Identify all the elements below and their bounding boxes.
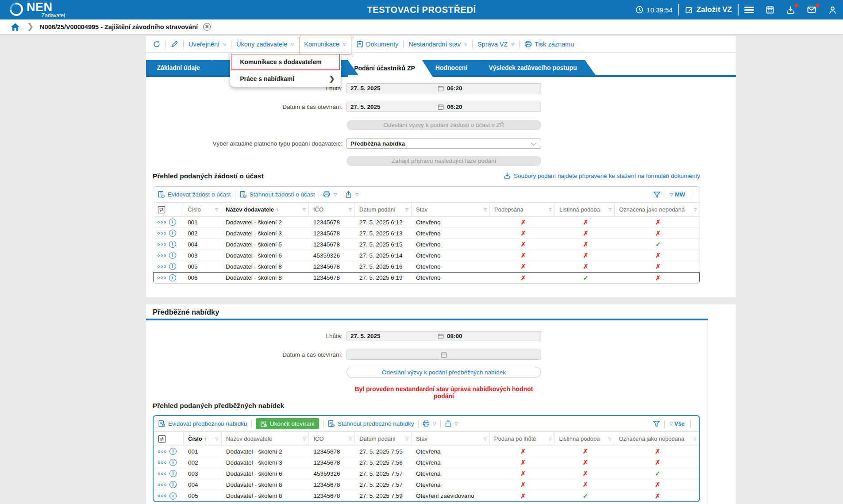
filter-chevron-icon[interactable]: ▽ <box>349 208 352 212</box>
evidovat-nabidku-button[interactable]: Evidovat předběžnou nabídku <box>158 420 247 427</box>
view-chevron-icon[interactable]: ▽ <box>670 422 673 426</box>
calendar-icon[interactable] <box>438 333 444 339</box>
info-icon[interactable]: i <box>169 252 176 259</box>
calendar-button[interactable] <box>760 0 780 19</box>
row-menu-dots[interactable] <box>158 265 166 268</box>
menu-sprava-vz[interactable]: Správa VZ▽ <box>477 41 514 48</box>
filter-chevron-icon[interactable]: ▽ <box>549 208 552 212</box>
row-menu-dots[interactable] <box>158 254 166 257</box>
table-row[interactable]: i 005Dodavatel - školení 8 1234567827. 5… <box>153 261 700 272</box>
table-row[interactable]: i 001Dodavatel - školení 2 1234567827. 5… <box>154 446 699 457</box>
odeslani-vyzvy-nabidek-button[interactable]: Odeslání výzvy k podání předběžných nabí… <box>346 367 541 377</box>
export-table-button[interactable]: ▽ <box>445 420 458 427</box>
filter-chevron-icon[interactable]: ▽ <box>215 208 218 212</box>
column-header-nazev-dodavatele[interactable]: Název dodavatele▽ <box>222 432 309 446</box>
table-row[interactable]: i 003Dodavatel - školení 6 4535932627. 5… <box>153 250 700 261</box>
filter-chevron-icon[interactable]: ▽ <box>693 437 697 441</box>
calendar-icon[interactable] <box>438 85 444 92</box>
column-header-podepsana[interactable]: Podepsána▽ <box>490 203 555 216</box>
row-menu-dots[interactable] <box>158 484 166 486</box>
view-selector[interactable]: MW <box>675 191 685 198</box>
menu-button[interactable] <box>739 0 760 19</box>
edit-record-button[interactable] <box>171 40 178 48</box>
table-row[interactable]: i 005Dodavatel - školení 8 1234567827. 5… <box>154 490 699 501</box>
menu-uverejneni[interactable]: Uveřejnění▽ <box>189 41 226 48</box>
export-table-button[interactable]: ▽ <box>345 191 358 198</box>
close-record-icon[interactable]: ✕ <box>203 23 211 31</box>
info-icon[interactable]: i <box>169 219 176 226</box>
filter-chevron-icon[interactable]: ▽ <box>608 208 612 212</box>
tab-vysledek-zadavaciho-postupu[interactable]: Výsledek zadávacího postupu <box>481 60 596 75</box>
table-row[interactable]: i 004Dodavatel - školení 5 1234567827. 5… <box>153 239 700 250</box>
menu-tisk-zaznamu[interactable]: Tisk záznamu <box>524 41 574 48</box>
breadcrumb-record[interactable]: N006/25/V00004995 - Zajištění závodního … <box>40 23 198 31</box>
calendar-icon[interactable] <box>438 104 444 110</box>
column-header-oznacena-nepodana[interactable]: Označena jako nepodaná▽ <box>614 432 699 446</box>
scroll-track[interactable] <box>708 320 708 504</box>
column-header-stav[interactable]: Stav▽ <box>412 203 490 216</box>
table-row[interactable]: i 004Dodavatel - školení 8 1234567827. 5… <box>154 479 699 490</box>
column-header-podana-po-lhute[interactable]: Podaná po lhůtě▽ <box>490 432 555 446</box>
info-icon[interactable]: i <box>169 448 177 455</box>
column-header-stav[interactable]: Stav▽ <box>412 432 490 446</box>
downloads-button[interactable] <box>780 0 801 19</box>
table-row-focused[interactable]: i 006Dodavatel - školení 8 1234567827. 5… <box>153 272 700 283</box>
filter-icon[interactable] <box>653 420 660 427</box>
column-header-cislo[interactable]: Číslo↑▽ <box>184 432 222 446</box>
column-header-ico[interactable]: IČO▽ <box>309 203 355 216</box>
table-row[interactable]: i 001Dodavatel - školení 2 1234567827. 5… <box>153 217 700 228</box>
column-header-ico[interactable]: IČO▽ <box>309 432 355 446</box>
filter-chevron-icon[interactable]: ▽ <box>484 208 487 212</box>
column-header-listinna-podoba[interactable]: Listinná podoba▽ <box>555 432 615 446</box>
filter-chevron-icon[interactable]: ▽ <box>405 208 408 212</box>
info-icon[interactable]: i <box>169 263 176 270</box>
tab-podani-ucastniku-zp[interactable]: Podání účastníků ZP <box>348 60 433 77</box>
view-selector[interactable]: Vše <box>674 420 685 427</box>
filter-chevron-icon[interactable]: ▽ <box>694 208 697 212</box>
filter-chevron-icon[interactable]: ▽ <box>303 208 306 212</box>
info-icon[interactable]: i <box>169 274 176 281</box>
row-menu-dots[interactable] <box>158 277 166 279</box>
filter-chevron-icon[interactable]: ▽ <box>216 437 219 441</box>
ukoncit-otevirani-button[interactable]: Ukončit otevírání <box>256 418 319 429</box>
column-header-oznacena-nepodana[interactable]: Označena jako nepodaná▽ <box>615 203 700 216</box>
print-table-button[interactable]: ▽ <box>323 191 337 198</box>
otevirani-input[interactable]: 27. 5. 2025 06:20 <box>346 102 541 112</box>
home-icon[interactable] <box>11 23 20 31</box>
stahnout-nabidky-button[interactable]: Stáhnout předběžné nabídky <box>327 420 414 427</box>
row-menu-dots[interactable] <box>158 462 166 464</box>
column-header-nazev-dodavatele[interactable]: Název dodavatele↑▽ <box>221 203 309 216</box>
info-icon[interactable]: i <box>169 241 176 248</box>
column-header-datum-podani[interactable]: Datum podání▽ <box>355 203 412 216</box>
column-header-listinna-podoba[interactable]: Listinná podoba▽ <box>555 203 615 216</box>
filter-chevron-icon[interactable]: ▽ <box>405 437 408 441</box>
info-icon[interactable]: i <box>169 492 177 500</box>
view-chevron-icon[interactable]: ▽ <box>670 192 673 197</box>
table-row[interactable]: i 003Dodavatel - školení 6 4535932627. 5… <box>154 468 699 479</box>
stahnout-zadosti-button[interactable]: Stáhnout žádosti o účast <box>239 191 315 198</box>
row-menu-dots[interactable] <box>158 495 166 497</box>
lhuta-input[interactable]: 27. 5. 2025 06:20 <box>346 83 541 93</box>
zalozit-vz-button[interactable]: Založit VZ <box>679 0 738 19</box>
info-icon[interactable]: i <box>169 481 177 488</box>
user-profile-button[interactable] <box>822 0 843 19</box>
menu-dokumenty[interactable]: Dokumenty <box>356 40 398 48</box>
filter-chevron-icon[interactable]: ▽ <box>484 437 487 441</box>
zahajit-pripravu-faze-button[interactable]: Zahájit přípravu následující fáze podání <box>346 156 541 166</box>
table-row[interactable]: i 002Dodavatel - školení 3 1234567827. 5… <box>153 228 700 239</box>
row-menu-dots[interactable] <box>158 450 166 453</box>
menu-komunikace[interactable]: Komunikace▽ Komunikace s dodavatelem Prá… <box>304 41 346 48</box>
row-menu-dots[interactable] <box>158 473 166 475</box>
odeslani-vyzvy-zadosti-button[interactable]: Odeslání výzvy k podání žádosti o účast … <box>346 120 541 130</box>
row-menu-dots[interactable] <box>158 232 166 235</box>
table-row[interactable]: i 002Dodavatel - školení 3 1234567827. 5… <box>154 457 699 468</box>
row-menu-dots[interactable] <box>158 243 166 246</box>
menu-nestandardni-stav[interactable]: Nestandardní stav▽ <box>408 41 467 48</box>
evidovat-zadost-button[interactable]: Evidovat žádost o účast <box>158 191 231 198</box>
info-icon[interactable]: i <box>169 470 177 477</box>
column-header-settings[interactable] <box>153 203 183 216</box>
menu-ukony-zadavatele[interactable]: Úkony zadavatele▽ <box>236 41 294 48</box>
row-menu-dots[interactable] <box>158 221 166 223</box>
soubory-podani-link[interactable]: Soubory podání najdete připravené ke sta… <box>504 172 700 179</box>
filter-chevron-icon[interactable]: ▽ <box>549 437 552 441</box>
